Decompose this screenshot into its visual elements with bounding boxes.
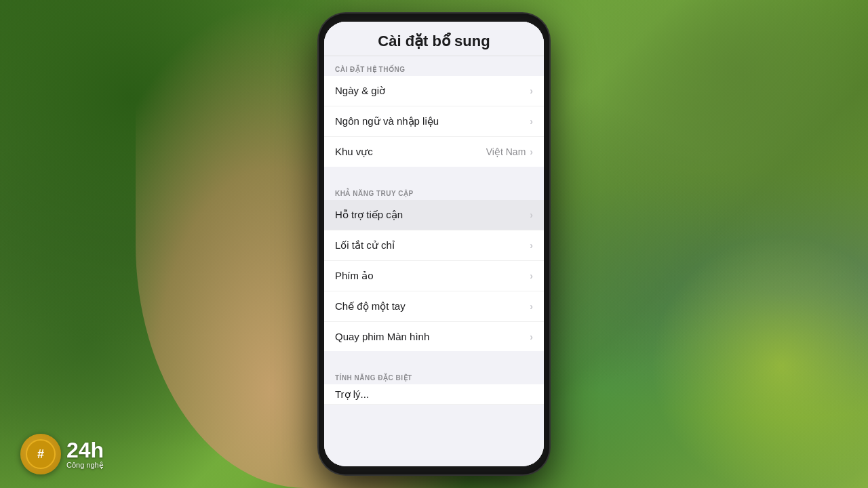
divider-1 bbox=[324, 167, 544, 180]
settings-item-ngay-gio[interactable]: Ngày & giờ › bbox=[324, 76, 544, 106]
logo-brand-number: 24h bbox=[66, 439, 104, 461]
chevron-icon-loi-tat: › bbox=[530, 240, 533, 251]
settings-item-ho-tro[interactable]: Hỗ trợ tiếp cận › bbox=[324, 200, 544, 230]
logo-subtitle: Công nghệ bbox=[66, 461, 104, 470]
settings-group-dac-biet: Trợ lý... bbox=[324, 384, 544, 405]
chevron-icon-ngon-ngu: › bbox=[530, 116, 533, 127]
settings-item-loi-tat[interactable]: Lối tắt cử chỉ › bbox=[324, 230, 544, 261]
settings-item-khu-vuc[interactable]: Khu vực Việt Nam › bbox=[324, 137, 544, 167]
logo-inner: # bbox=[26, 439, 56, 469]
divider-2 bbox=[324, 351, 544, 365]
settings-item-partial[interactable]: Trợ lý... bbox=[324, 384, 544, 405]
logo-text-group: 24h Công nghệ bbox=[66, 439, 104, 470]
chevron-icon-phim-ao: › bbox=[530, 270, 533, 281]
chevron-icon-ngay-gio: › bbox=[530, 85, 533, 96]
logo-circle: # bbox=[20, 434, 61, 474]
chevron-icon-che-do: › bbox=[530, 301, 533, 312]
settings-list: CÀI ĐẶT HỆ THỐNG Ngày & giờ › Ngôn ngữ v… bbox=[324, 56, 544, 466]
settings-group-truy-cap: Hỗ trợ tiếp cận › Lối tắt cử chỉ › Phím … bbox=[324, 200, 544, 351]
settings-item-che-do[interactable]: Chế độ một tay › bbox=[324, 291, 544, 322]
phone-screen: Cài đặt bổ sung CÀI ĐẶT HỆ THỐNG Ngày & … bbox=[324, 22, 544, 466]
phone-wrapper: Cài đặt bổ sung CÀI ĐẶT HỆ THỐNG Ngày & … bbox=[319, 14, 549, 474]
watermark: # 24h Công nghệ bbox=[20, 434, 104, 474]
logo-hash-icon: # bbox=[37, 447, 44, 462]
settings-item-quay-phim[interactable]: Quay phim Màn hình › bbox=[324, 322, 544, 351]
screen-title: Cài đặt bổ sung bbox=[335, 33, 533, 50]
chevron-icon-khu-vuc: › bbox=[530, 146, 533, 157]
settings-screen: Cài đặt bổ sung CÀI ĐẶT HỆ THỐNG Ngày & … bbox=[324, 22, 544, 466]
settings-group-he-thong: Ngày & giờ › Ngôn ngữ và nhập liệu › Khu… bbox=[324, 76, 544, 167]
chevron-icon-ho-tro: › bbox=[530, 209, 533, 220]
chevron-icon-quay-phim: › bbox=[530, 331, 533, 342]
section-label-truy-cap: KHẢ NĂNG TRUY CẬP bbox=[324, 180, 544, 200]
khu-vuc-value: Việt Nam bbox=[486, 146, 526, 157]
section-label-he-thong: CÀI ĐẶT HỆ THỐNG bbox=[324, 56, 544, 76]
screen-header: Cài đặt bổ sung bbox=[324, 22, 544, 56]
section-label-dac-biet: TÍNH NĂNG ĐẶC BIỆT bbox=[324, 365, 544, 384]
settings-item-ngon-ngu[interactable]: Ngôn ngữ và nhập liệu › bbox=[324, 106, 544, 137]
phone-device: Cài đặt bổ sung CÀI ĐẶT HỆ THỐNG Ngày & … bbox=[319, 14, 549, 474]
settings-item-phim-ao[interactable]: Phím ảo › bbox=[324, 261, 544, 291]
partial-text: Trợ lý... bbox=[335, 388, 533, 401]
